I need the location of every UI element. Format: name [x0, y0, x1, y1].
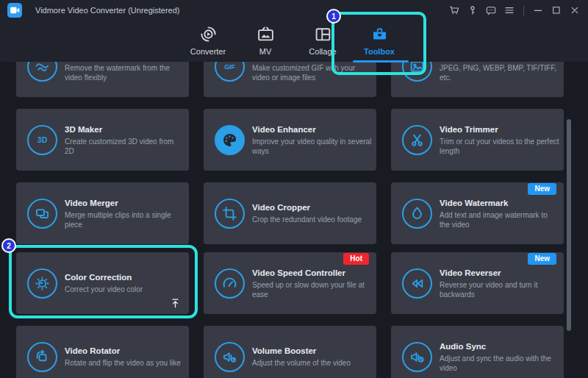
menu-icon[interactable]: [503, 4, 515, 16]
titlebar: Vidmore Video Converter (Unregistered): [0, 0, 588, 21]
cart-icon[interactable]: [448, 4, 460, 16]
new-badge: New: [528, 183, 556, 195]
tool-card-video-rotator[interactable]: Video Rotator Rotate and flip the video …: [16, 326, 189, 378]
collage-icon: [296, 24, 349, 43]
tool-card-video-trimmer[interactable]: Video Trimmer Trim or cut your videos to…: [391, 109, 564, 171]
tool-description: Add text and image watermark to the vide…: [440, 210, 559, 229]
tool-title: Video Cropper: [252, 202, 372, 213]
tool-description: Reverse your video and turn it backwards: [440, 280, 559, 299]
tool-description: Remove the watermark from the video flex…: [65, 63, 184, 82]
color-correction-icon: [27, 268, 57, 299]
tool-card-volume-booster[interactable]: Volume Booster Adjust the volume of the …: [204, 326, 376, 378]
tool-title: Video Watermark: [440, 198, 559, 208]
video-cropper-icon: [215, 199, 245, 229]
tab-collage[interactable]: Collage: [296, 24, 349, 56]
tab-toolbox[interactable]: Toolbox: [353, 24, 406, 63]
tool-description: Correct your video color: [65, 285, 184, 294]
tool-description: Make customized GIF with your video or i…: [252, 63, 372, 82]
tool-description: Speed up or slow down your file at ease: [252, 280, 372, 299]
video-trimmer-icon: [402, 125, 432, 155]
step-2-badge: 2: [1, 238, 16, 253]
tool-card-video-speed-controller[interactable]: Video Speed Controller Speed up or slow …: [204, 252, 376, 314]
key-icon[interactable]: [467, 4, 478, 16]
video-rotator-icon: [27, 342, 57, 372]
tool-title: Video Merger: [65, 198, 184, 208]
tool-card-video-merger[interactable]: Video Merger Merge multiple clips into a…: [16, 182, 189, 244]
video-merger-icon: [27, 199, 57, 229]
tab-converter[interactable]: Converter: [182, 24, 234, 56]
tool-card-color-correction[interactable]: Color Correction Correct your video colo…: [16, 252, 189, 314]
maximize-icon[interactable]: [551, 4, 562, 16]
new-badge: New: [528, 253, 556, 265]
titlebar-separator: [523, 6, 524, 15]
tool-card-video-cropper[interactable]: Video Cropper Crop the redundant video f…: [204, 182, 376, 244]
titlebar-icons: [448, 0, 581, 21]
tool-title: Video Speed Controller: [252, 268, 372, 278]
tool-description: Rotate and flip the video as you like: [65, 358, 184, 368]
tool-card-3d-maker[interactable]: 3D 3D Maker Create customized 3D video f…: [16, 109, 189, 171]
svg-text:GIF: GIF: [224, 63, 235, 71]
tool-card-video-watermark[interactable]: Video Watermark Add text and image water…: [391, 182, 564, 244]
tool-title: Video Enhancer: [252, 124, 372, 135]
tool-card-video-enhancer[interactable]: Video Enhancer Improve your video qualit…: [204, 109, 376, 171]
tool-title: Audio Sync: [440, 341, 559, 352]
window-title: Vidmore Video Converter (Unregistered): [35, 6, 179, 15]
tab-label: Converter: [182, 47, 234, 56]
upload-arrow-icon[interactable]: [169, 297, 182, 310]
feedback-icon[interactable]: [485, 4, 497, 16]
video-enhancer-icon: [215, 125, 245, 155]
vertical-scrollbar-thumb[interactable]: [567, 119, 571, 331]
3d-maker-icon: 3D: [27, 125, 57, 155]
tab-label: MV: [239, 47, 292, 56]
tool-description: Merge multiple clips into a single piece: [65, 210, 184, 229]
video-watermark-icon: [402, 199, 432, 229]
hot-badge: Hot: [343, 253, 369, 265]
tool-description: Improve your video quality in several wa…: [252, 137, 372, 156]
tab-label: Toolbox: [353, 47, 406, 56]
tool-title: Color Correction: [65, 272, 184, 282]
video-reverser-icon: [402, 268, 432, 299]
tool-title: Video Reverser: [440, 268, 559, 278]
tool-title: Video Trimmer: [440, 124, 559, 135]
mv-icon: [239, 24, 292, 43]
converter-icon: [182, 24, 234, 43]
tool-description: Adjust the volume of the video: [252, 358, 372, 368]
tool-title: Video Rotator: [65, 346, 184, 356]
tab-label: Collage: [296, 47, 349, 56]
toolbox-icon: [353, 24, 406, 43]
step-1-badge: 1: [326, 9, 341, 24]
app-logo-icon: [7, 3, 22, 18]
tab-mv[interactable]: MV: [239, 24, 292, 56]
close-icon[interactable]: [569, 4, 581, 16]
video-speed-controller-icon: [215, 268, 245, 299]
svg-text:3D: 3D: [37, 136, 48, 144]
minimize-icon[interactable]: [532, 4, 544, 16]
tool-description: JPEG, PNG, WEBP, BMP, TIF/TIFF, etc.: [440, 63, 559, 82]
volume-booster-icon: [215, 342, 245, 372]
tool-card-video-reverser[interactable]: Video Reverser Reverse your video and tu…: [391, 252, 564, 314]
tool-title: Volume Booster: [252, 346, 372, 356]
tool-description: Trim or cut your videos to the perfect l…: [440, 137, 559, 156]
audio-sync-icon: [402, 342, 432, 372]
tool-description: Adjust and sync the audio with the video: [440, 354, 559, 373]
tool-title: 3D Maker: [65, 124, 184, 135]
app-header: Vidmore Video Converter (Unregistered) C…: [0, 0, 588, 62]
tool-card-audio-sync[interactable]: Audio Sync Adjust and sync the audio wit…: [391, 326, 564, 378]
tool-description: Crop the redundant video footage: [252, 215, 372, 224]
tool-description: Create customized 3D video from 2D: [65, 137, 184, 156]
